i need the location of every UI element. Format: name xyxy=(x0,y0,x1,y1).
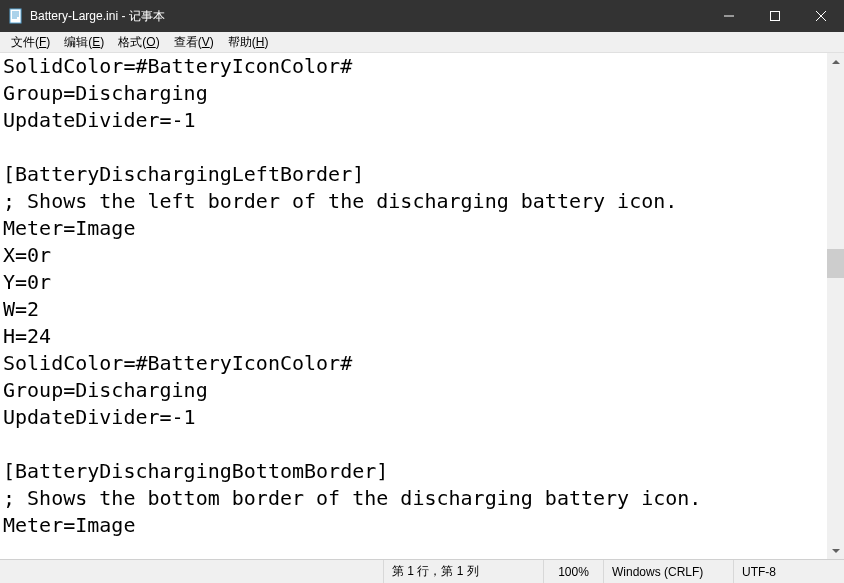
scroll-track[interactable] xyxy=(827,70,844,542)
window-title: Battery-Large.ini - 记事本 xyxy=(30,8,165,25)
menu-file[interactable]: 文件(F) xyxy=(4,32,57,52)
menu-help[interactable]: 帮助(H) xyxy=(221,32,276,52)
menu-view[interactable]: 查看(V) xyxy=(167,32,221,52)
minimize-button[interactable] xyxy=(706,0,752,32)
vertical-scrollbar[interactable] xyxy=(827,53,844,559)
close-button[interactable] xyxy=(798,0,844,32)
svg-rect-6 xyxy=(771,12,780,21)
status-bar: 第 1 行，第 1 列 100% Windows (CRLF) UTF-8 xyxy=(0,559,844,583)
scroll-up-arrow[interactable] xyxy=(827,53,844,70)
scroll-down-arrow[interactable] xyxy=(827,542,844,559)
window-titlebar: Battery-Large.ini - 记事本 xyxy=(0,0,844,32)
menu-format[interactable]: 格式(O) xyxy=(111,32,166,52)
status-line-ending: Windows (CRLF) xyxy=(604,560,734,583)
window-controls xyxy=(706,0,844,32)
notepad-icon xyxy=(8,8,24,24)
status-spacer xyxy=(0,560,384,583)
text-editor[interactable]: SolidColor=#BatteryIconColor# Group=Disc… xyxy=(3,53,827,559)
scroll-thumb[interactable] xyxy=(827,249,844,277)
menu-edit[interactable]: 编辑(E) xyxy=(57,32,111,52)
menu-bar: 文件(F) 编辑(E) 格式(O) 查看(V) 帮助(H) xyxy=(0,32,844,53)
maximize-button[interactable] xyxy=(752,0,798,32)
editor-area: SolidColor=#BatteryIconColor# Group=Disc… xyxy=(0,53,844,559)
status-cursor-position: 第 1 行，第 1 列 xyxy=(384,560,544,583)
status-zoom: 100% xyxy=(544,560,604,583)
status-encoding: UTF-8 xyxy=(734,560,844,583)
